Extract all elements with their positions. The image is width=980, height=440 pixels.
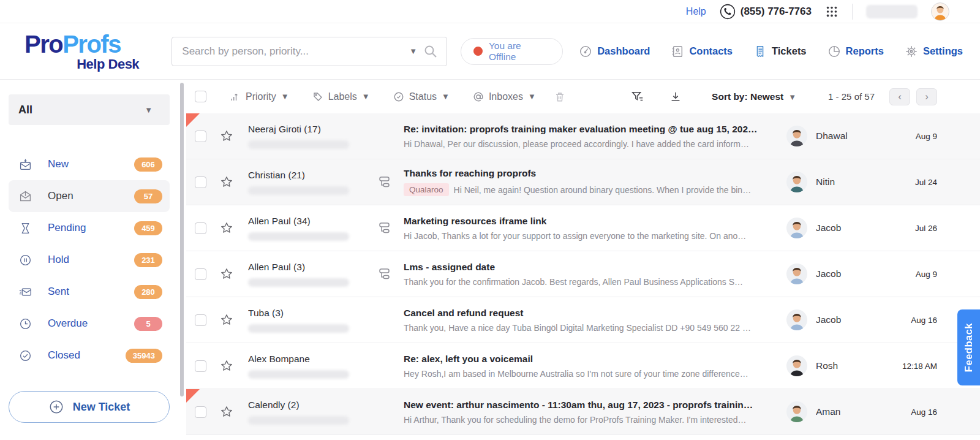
note-thread-icon [378, 175, 393, 189]
sidebar-item-overdue[interactable]: Overdue 5 [9, 308, 170, 339]
row-checkbox[interactable] [195, 360, 206, 372]
pagination-range: 1 - 25 of 57 [828, 91, 875, 102]
list-scrollbar[interactable] [178, 80, 186, 440]
count-badge: 57 [134, 189, 162, 203]
assignee-name: Aman [816, 406, 888, 417]
ticket-subject: Thanks for reaching proprofs [404, 168, 775, 179]
sent-envelope-icon [18, 286, 32, 298]
star-icon[interactable] [220, 405, 233, 419]
status-filter-list: New 606 Open 57 Pending 459 [9, 148, 170, 371]
star-icon[interactable] [220, 267, 233, 281]
ticket-row[interactable]: Tuba (3) Cancel and refund request Thank… [186, 297, 980, 343]
offline-status-pill[interactable]: You are Offline [461, 38, 563, 65]
filter-funnel-icon[interactable] [631, 90, 644, 104]
delete-icon[interactable] [554, 91, 565, 103]
search-category-caret[interactable]: ▼ [409, 47, 417, 56]
star-icon[interactable] [220, 313, 233, 327]
nav-settings[interactable]: Settings [905, 45, 963, 58]
note-thread-icon [378, 221, 393, 235]
row-checkbox[interactable] [195, 268, 206, 280]
assignee-avatar [786, 264, 807, 284]
priority-filter[interactable]: Priority ▼ [230, 91, 289, 102]
star-icon[interactable] [220, 221, 233, 235]
ticket-subject: Marketing resources iframe link [404, 216, 775, 227]
pause-circle-icon [18, 254, 32, 267]
prev-page-button[interactable]: ‹ [889, 88, 910, 105]
ticket-row[interactable]: Allen Paul (34) Marketing resources ifra… [186, 205, 980, 251]
nav-dashboard[interactable]: Dashboard [579, 45, 650, 58]
offline-dot-icon [473, 47, 483, 56]
row-checkbox[interactable] [195, 176, 206, 188]
sender-name: Alex Bompane [248, 354, 378, 365]
scrollbar-thumb[interactable] [180, 83, 184, 396]
help-link[interactable]: Help [686, 6, 706, 17]
sidebar-item-hold[interactable]: Hold 231 [9, 244, 170, 276]
ticket-list-panel: Priority ▼ Labels ▼ Status ▼ [186, 80, 980, 440]
download-icon[interactable] [669, 90, 682, 104]
ticket-row[interactable]: Alex Bompane Re: alex, left you a voicem… [186, 343, 980, 389]
utility-bar: Help (855) 776-7763 [0, 0, 980, 23]
label-badge: Qualaroo [404, 183, 449, 196]
ticket-row[interactable]: Allen Paul (3) Lms - assigned date Thank… [186, 251, 980, 297]
dashboard-icon [579, 45, 592, 58]
inboxes-filter[interactable]: Inboxes ▼ [473, 91, 536, 102]
nav-tickets[interactable]: Tickets [753, 45, 807, 58]
status-filter[interactable]: Status ▼ [393, 91, 450, 102]
sender-block: Christian (21) [248, 170, 378, 195]
preview-line: Hi Arthur, Thank you for scheduling the … [404, 415, 775, 425]
ticket-date: Aug 9 [888, 270, 937, 279]
next-page-button[interactable]: › [916, 88, 937, 105]
subject-block: Re: alex, left you a voicemail Hey Rosh,… [404, 354, 786, 379]
search-input[interactable] [182, 45, 403, 58]
assignee-avatar [786, 126, 807, 146]
preview-line: Hey Rosh,I am based in Melbourne Austral… [404, 369, 775, 379]
tickets-icon [753, 45, 767, 58]
inbox-filter-select[interactable]: All ▼ [9, 94, 170, 125]
priority-icon [230, 91, 241, 102]
sort-dropdown[interactable]: Sort by: Newest▼ [712, 91, 802, 102]
sender-email-redacted [248, 416, 349, 425]
row-checkbox[interactable] [195, 314, 206, 326]
star-icon[interactable] [220, 175, 233, 189]
ticket-row[interactable]: Christian (21) Thanks for reaching propr… [186, 159, 980, 205]
sender-name: Tuba (3) [248, 308, 378, 319]
thread-slot [378, 175, 404, 189]
proprofs-logo[interactable]: ProProfs Help Desk [24, 32, 154, 71]
sidebar-item-new[interactable]: New 606 [9, 148, 170, 180]
sidebar-item-sent[interactable]: Sent 280 [9, 276, 170, 308]
ticket-subject: Re: invitation: proprofs training maker … [404, 124, 775, 135]
nav-contacts[interactable]: Contacts [671, 45, 733, 58]
ticket-date: Aug 16 [888, 408, 937, 417]
thread-slot [378, 267, 404, 281]
chevron-down-icon: ▼ [442, 92, 450, 101]
apps-grid-icon[interactable] [825, 5, 839, 18]
sidebar-item-closed[interactable]: Closed 35943 [9, 339, 170, 371]
row-checkbox[interactable] [195, 131, 206, 142]
ticket-date: Aug 9 [888, 132, 937, 141]
search-icon[interactable] [423, 44, 438, 59]
sidebar-item-open[interactable]: Open 57 [9, 180, 170, 212]
ticket-preview: Hi Dhawal, Per our discussion, please pr… [404, 139, 775, 149]
sidebar-item-pending[interactable]: Pending 459 [9, 212, 170, 244]
ticket-preview: Hi Jacob, Thanks a lot for your support … [404, 231, 775, 241]
row-checkbox[interactable] [195, 406, 206, 418]
new-ticket-button[interactable]: New Ticket [9, 391, 170, 423]
chevron-down-icon: ▼ [362, 92, 370, 101]
row-checkbox[interactable] [195, 222, 206, 234]
ticket-date: Aug 16 [888, 316, 937, 325]
ticket-row[interactable]: Calendly (2) New event: arthur nasciment… [186, 389, 980, 435]
chevron-down-icon: ▼ [145, 105, 153, 115]
main-header: ProProfs Help Desk ▼ You are Offline Das… [0, 23, 980, 80]
hourglass-icon [18, 222, 32, 235]
star-icon[interactable] [220, 129, 233, 143]
star-icon[interactable] [220, 359, 233, 373]
sender-name: Neeraj Giroti (17) [248, 124, 378, 135]
sender-email-redacted [248, 370, 349, 379]
sender-email-redacted [248, 278, 349, 287]
select-all-checkbox[interactable] [195, 91, 206, 102]
nav-reports[interactable]: Reports [827, 45, 884, 58]
ticket-row[interactable]: Neeraj Giroti (17) Re: invitation: propr… [186, 113, 980, 159]
user-avatar[interactable] [931, 2, 949, 21]
labels-filter[interactable]: Labels ▼ [312, 91, 370, 102]
feedback-tab[interactable]: Feedback [957, 309, 980, 385]
